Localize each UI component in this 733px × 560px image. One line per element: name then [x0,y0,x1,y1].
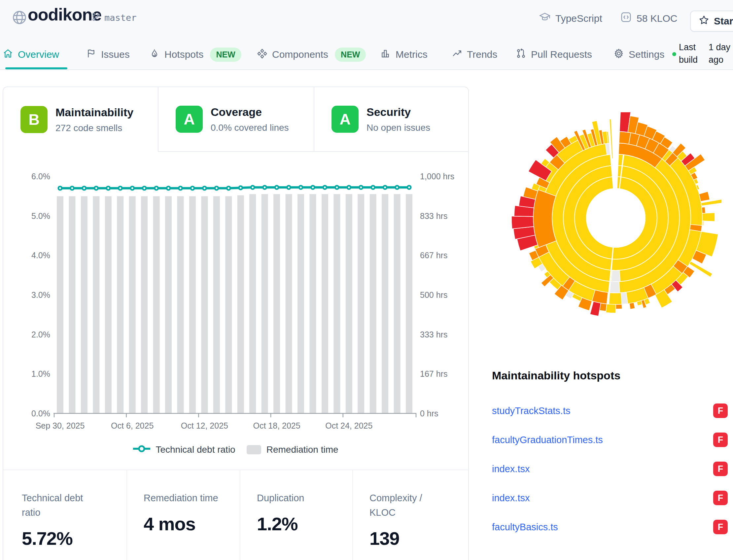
card-title: Coverage [211,106,289,119]
card-coverage[interactable]: A Coverage 0.0% covered lines [158,87,314,152]
grade-f-badge[interactable]: F [713,433,728,447]
hotspot-file-link[interactable]: facultyGraduationTimes.ts [492,435,603,445]
stat-label: Duplication [257,491,352,505]
svg-text:Oct 6, 2025: Oct 6, 2025 [111,421,154,430]
trend-up-icon [452,48,462,61]
tab-label: Pull Requests [531,49,592,60]
app-header: oodikone master TypeScript 58 KLOC [0,0,733,70]
summary-stats-row: Technical debt ratio 5.72% Remediation t… [3,470,468,560]
active-tab-underline [5,67,67,69]
hotspot-file-link[interactable]: index.tsx [492,464,530,474]
language-icon [539,11,551,25]
svg-text:500 hrs: 500 hrs [420,290,447,299]
grade-badge-maintainability: B [20,106,48,133]
maintainability-sunburst-chart[interactable] [510,112,721,325]
hotspot-file-link[interactable]: studyTrackStats.ts [492,405,570,416]
card-subtitle: No open issues [367,123,430,133]
stat-remediation-time: Remediation time 4 mos [126,470,240,560]
bar-swatch-icon [247,445,261,454]
hotspot-file-link[interactable]: facultyBasics.ts [492,522,558,533]
nav-tabs: Overview Issues Hotspots NEW [0,40,733,70]
hotspot-file-link[interactable]: index.tsx [492,493,530,504]
home-icon [3,48,13,61]
card-maintainability[interactable]: B Maintainability 272 code smells [3,87,158,152]
svg-text:667 hrs: 667 hrs [420,251,447,260]
components-icon [257,48,267,61]
flame-icon [149,48,160,61]
svg-text:5.0%: 5.0% [31,211,50,221]
tab-overview[interactable]: Overview [3,40,59,69]
chart-legend: Technical debt ratio Remediation time [3,444,468,455]
star-button[interactable]: Star [690,11,733,32]
card-security[interactable]: A Security No open issues [314,87,468,152]
svg-text:6.0%: 6.0% [31,172,50,181]
pull-request-icon [516,48,526,61]
branch-selector[interactable]: master [91,12,137,23]
card-title: Maintainability [55,106,133,119]
kloc-label: 58 KLOC [637,13,677,24]
overview-panel: B Maintainability 272 code smells A Cove… [3,87,469,560]
card-subtitle: 0.0% covered lines [211,123,289,133]
tab-label: Issues [101,49,130,60]
grade-badge-coverage: A [176,106,203,133]
grade-f-badge[interactable]: F [713,491,728,505]
legend-label: Remediation time [266,444,338,455]
branch-name: master [104,13,137,23]
card-title: Security [367,106,430,119]
git-branch-icon [91,12,101,23]
tab-issues[interactable]: Issues [86,40,130,69]
hotspots-title: Maintainability hotspots [492,369,620,382]
tab-label: Hotspots [164,49,203,60]
flag-icon [86,48,96,61]
repo-title: oodikone [28,5,101,24]
tab-label: Trends [467,49,497,60]
grade-badge-security: A [332,106,359,133]
score-cards-row: B Maintainability 272 code smells A Cove… [3,87,468,152]
hotspot-row: facultyGraduationTimes.ts F [492,425,728,454]
stat-value: 1.2% [257,513,352,535]
tab-settings[interactable]: Settings [613,40,664,69]
tab-metrics[interactable]: Metrics [380,40,428,69]
language-indicator: TypeScript [539,11,602,25]
stat-duplication: Duplication 1.2% [240,470,352,560]
svg-text:833 hrs: 833 hrs [420,211,447,221]
svg-text:2.0%: 2.0% [31,330,50,339]
tab-components[interactable]: Components NEW [257,40,366,69]
stat-value: 4 mos [144,513,240,535]
legend-technical-debt-ratio[interactable]: Technical debt ratio [133,444,235,455]
stat-label: Remediation time [144,491,240,505]
hotspot-row: facultyBasics.ts F [492,512,728,542]
hotspot-row: index.tsx F [492,454,728,483]
grade-f-badge[interactable]: F [713,462,728,476]
tab-label: Metrics [396,49,428,60]
svg-text:Oct 18, 2025: Oct 18, 2025 [253,421,300,430]
svg-text:Oct 24, 2025: Oct 24, 2025 [325,421,372,430]
tab-label: Settings [629,49,664,60]
grade-f-badge[interactable]: F [713,520,728,534]
globe-icon [12,10,27,26]
new-badge: NEW [335,48,366,62]
legend-remediation-time[interactable]: Remediation time [247,444,338,455]
svg-text:333 hrs: 333 hrs [420,330,447,339]
svg-text:167 hrs: 167 hrs [420,369,447,378]
svg-text:1.0%: 1.0% [31,369,50,378]
debt-chart[interactable]: 0.0%1.0%2.0%3.0%4.0%5.0%6.0%0 hrs167 hrs… [3,152,468,442]
grade-f-badge[interactable]: F [713,403,728,418]
hotspots-list: studyTrackStats.ts F facultyGraduationTi… [492,396,728,542]
stat-value: 139 [369,528,468,549]
tab-label: Overview [18,49,59,60]
tab-hotspots[interactable]: Hotspots NEW [149,40,241,69]
svg-text:0 hrs: 0 hrs [420,409,438,418]
svg-text:4.0%: 4.0% [31,251,50,260]
svg-text:Sep 30, 2025: Sep 30, 2025 [36,421,85,430]
last-build-value: 1 day ago [709,41,733,66]
tab-trends[interactable]: Trends [452,40,497,69]
legend-label: Technical debt ratio [156,444,235,455]
new-badge: NEW [210,48,241,62]
build-status-dot [672,52,676,56]
star-button-label: Star [714,16,733,27]
line-marker-icon [133,444,150,455]
language-label: TypeScript [555,13,602,24]
tab-label: Components [272,49,328,60]
tab-pull-requests[interactable]: Pull Requests [516,40,592,69]
